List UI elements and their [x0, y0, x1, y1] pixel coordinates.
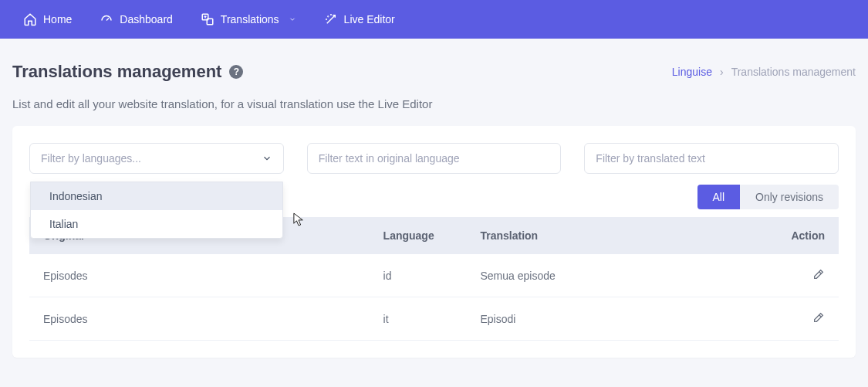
svg-point-4: [330, 15, 331, 15]
toggle-all[interactable]: All: [697, 185, 741, 209]
dropdown-item-italian[interactable]: Italian: [31, 210, 282, 238]
table-row: Episodes it Episodi: [29, 297, 839, 341]
breadcrumb: Linguise › Translations management: [672, 66, 856, 78]
nav-home-label: Home: [43, 13, 72, 25]
help-icon[interactable]: ?: [229, 65, 243, 79]
dropdown-item-indonesian[interactable]: Indonesian: [31, 182, 282, 210]
filter-translated-input[interactable]: [596, 152, 827, 165]
chevron-down-icon: [262, 153, 272, 164]
cell-language: it: [370, 297, 467, 341]
chevron-down-icon: [289, 15, 296, 23]
cell-action: [774, 297, 839, 341]
language-dropdown: Indonesian Italian: [30, 182, 283, 239]
edit-icon[interactable]: [812, 311, 825, 324]
filter-original-input[interactable]: [319, 152, 550, 165]
col-language: Language: [370, 217, 467, 254]
breadcrumb-separator: ›: [720, 66, 724, 78]
table-row: Episodes id Semua episode: [29, 254, 839, 297]
col-action: Action: [774, 217, 839, 254]
filter-original-text[interactable]: [307, 143, 562, 174]
wand-icon: [324, 12, 338, 26]
nav-translations-label: Translations: [221, 13, 279, 25]
cell-translation: Episodi: [466, 297, 774, 341]
nav-live-editor-label: Live Editor: [344, 13, 395, 25]
svg-point-3: [326, 19, 326, 20]
top-nav: Home Dashboard Translations Live Editor: [0, 0, 868, 39]
cell-translation: Semua episode: [466, 254, 774, 297]
page-subtitle: List and edit all your website translati…: [0, 90, 868, 126]
cell-original: Episodes: [29, 254, 370, 297]
cell-language: id: [370, 254, 467, 297]
translate-icon: [201, 12, 214, 26]
svg-point-2: [327, 16, 328, 17]
filters-row: Filter by languages... Indonesian Italia…: [29, 143, 839, 174]
page-title: Translations management ?: [12, 62, 243, 82]
view-toggle: All Only revisions: [697, 185, 839, 209]
cell-original: Episodes: [29, 297, 370, 341]
toggle-only-revisions[interactable]: Only revisions: [740, 185, 839, 209]
page-header: Translations management ? Linguise › Tra…: [0, 39, 868, 90]
nav-dashboard-label: Dashboard: [120, 13, 173, 25]
page-title-text: Translations management: [12, 62, 221, 82]
col-translation: Translation: [466, 217, 774, 254]
breadcrumb-root[interactable]: Linguise: [672, 66, 712, 78]
nav-live-editor[interactable]: Live Editor: [310, 0, 409, 39]
gauge-icon: [100, 12, 113, 26]
nav-home[interactable]: Home: [9, 0, 86, 39]
nav-translations[interactable]: Translations: [187, 0, 310, 39]
filter-language-select[interactable]: Filter by languages... Indonesian Italia…: [29, 143, 284, 174]
home-icon: [23, 12, 37, 26]
nav-dashboard[interactable]: Dashboard: [86, 0, 187, 39]
filter-translated-text[interactable]: [584, 143, 839, 174]
cell-action: [774, 254, 839, 297]
filter-language-placeholder: Filter by languages...: [41, 152, 262, 165]
main-card: Filter by languages... Indonesian Italia…: [12, 126, 856, 358]
edit-icon[interactable]: [812, 268, 825, 280]
breadcrumb-current: Translations management: [731, 66, 856, 78]
